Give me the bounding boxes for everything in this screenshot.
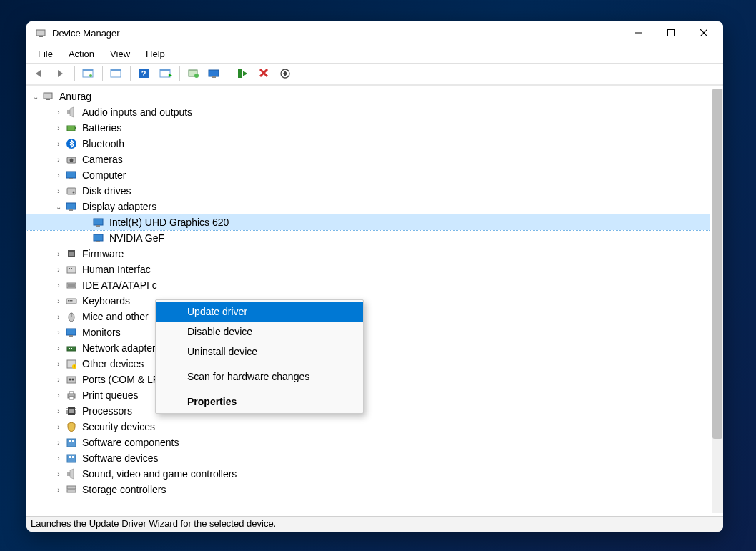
menu-view[interactable]: View [103,46,137,61]
toolbar-back-button[interactable] [29,65,49,82]
tree-category[interactable]: ›Computer [26,167,710,183]
svg-rect-87 [69,456,71,458]
device-manager-window: Device Manager File Action View Help ? ▸ [26,21,723,532]
device-tree[interactable]: ⌄ Anurag ›Audio inputs and outputs›Batte… [26,89,710,516]
printer-icon [65,389,78,402]
menu-help[interactable]: Help [139,46,172,61]
chevron-right-icon[interactable]: › [54,249,64,259]
tree-category[interactable]: ›Audio inputs and outputs [26,104,710,120]
tree-device[interactable]: NVIDIA GeF [26,230,710,246]
toolbar-help-button[interactable]: ? [134,65,154,82]
chevron-right-icon[interactable]: › [54,170,64,180]
tree-category-label: Other devices [82,358,144,369]
chevron-right-icon[interactable]: › [54,154,64,164]
svg-rect-29 [46,99,50,100]
svg-rect-76 [69,409,74,413]
chevron-right-icon[interactable]: › [54,390,64,400]
chevron-right-icon[interactable]: › [54,437,64,447]
disk-icon [65,184,78,197]
chevron-right-icon[interactable]: › [54,469,64,479]
tree-category[interactable]: ›!Other devices [26,356,710,372]
chevron-right-icon[interactable]: › [54,485,64,495]
tree-category[interactable]: ›Keyboards [26,293,710,309]
tree-category[interactable]: ›IDE ATA/ATAPI c [26,277,710,293]
tree-category[interactable]: ›Print queues [26,387,710,403]
tree-root[interactable]: ⌄ Anurag [26,89,710,104]
scrollbar[interactable] [712,89,723,513]
chevron-right-icon[interactable]: › [54,280,64,290]
tree-device-label: Intel(R) UHD Graphics 620 [109,217,229,228]
keyboard-icon [65,294,78,307]
titlebar: Device Manager [26,21,723,44]
toolbar-show-hidden-button[interactable] [79,65,99,82]
tree-category[interactable]: ›Storage controllers [26,482,710,497]
chevron-right-icon[interactable]: › [54,312,64,322]
chevron-right-icon[interactable]: › [54,359,64,369]
display-icon [92,232,105,244]
tree-category[interactable]: ›Disk drives [26,183,710,199]
tree-category[interactable]: ›Monitors [26,324,710,340]
tree-device[interactable]: Intel(R) UHD Graphics 620 [26,214,710,230]
tree-category[interactable]: ›Security devices [26,419,710,435]
hid-icon [65,263,78,276]
menu-file[interactable]: File [31,46,60,61]
ctx-disable-device[interactable]: Disable device [156,322,363,342]
window-title: Device Manager [52,28,120,39]
tree-category[interactable]: ›Network adapters [26,340,710,356]
svg-rect-43 [94,219,103,225]
software-icon [65,452,78,465]
tree-category[interactable]: ›Software devices [26,450,710,466]
tree-category[interactable]: ⌄Display adapters [26,199,710,214]
svg-rect-38 [69,178,73,179]
chevron-right-icon[interactable]: › [54,186,64,196]
ide-icon [65,279,78,292]
scrollbar-thumb[interactable] [712,89,722,439]
chevron-right-icon[interactable]: › [54,327,64,337]
tree-category[interactable]: ›Ports (COM & LPT) [26,372,710,387]
chevron-right-icon[interactable]: › [54,107,64,117]
chevron-right-icon[interactable]: › [54,374,64,384]
toolbar-refresh-button[interactable] [184,65,204,82]
chevron-right-icon[interactable]: › [54,422,64,432]
ctx-scan-hardware[interactable]: Scan for hardware changes [156,367,363,387]
network-icon [65,342,78,354]
svg-marker-23 [243,71,247,76]
chevron-right-icon[interactable]: › [54,264,64,274]
ctx-update-driver[interactable]: Update driver [156,302,363,322]
chevron-right-icon[interactable]: › [54,343,64,353]
tree-category[interactable]: ›Processors [26,403,710,419]
tree-category[interactable]: ›Firmware [26,246,710,262]
chevron-down-icon[interactable]: ⌄ [54,202,64,212]
tree-category[interactable]: ›Human Interfac [26,262,710,277]
chevron-down-icon[interactable]: ⌄ [31,91,41,101]
chevron-right-icon[interactable]: › [54,139,64,149]
toolbar-update-button[interactable]: ▸ [156,65,176,82]
chevron-right-icon[interactable]: › [54,123,64,133]
toolbar-properties-button[interactable] [106,65,126,82]
chevron-right-icon[interactable]: › [54,453,64,463]
tree-category[interactable]: ›Cameras [26,152,710,167]
ctx-separator [159,389,360,389]
menubar: File Action View Help [26,44,723,63]
toolbar-scan-button[interactable] [205,65,225,82]
chevron-right-icon[interactable]: › [54,296,64,306]
minimize-button[interactable] [622,21,655,44]
tree-category[interactable]: ›Mice and other [26,309,710,324]
maximize-button[interactable] [655,21,687,44]
ctx-properties[interactable]: Properties [156,392,363,412]
close-button[interactable] [687,21,720,44]
tree-category[interactable]: ›Batteries [26,120,710,136]
tree-category[interactable]: ›Sound, video and game controllers [26,466,710,482]
chevron-right-icon[interactable]: › [54,406,64,416]
tree-category[interactable]: ›Software components [26,435,710,450]
toolbar-forward-button[interactable] [51,65,71,82]
svg-rect-45 [94,234,103,241]
toolbar-install-button[interactable] [233,65,253,82]
tree-category-label: Sound, video and game controllers [82,468,237,480]
menu-action[interactable]: Action [61,46,101,61]
toolbar-delete-button[interactable] [254,65,274,82]
ctx-uninstall-device[interactable]: Uninstall device [156,342,363,362]
toolbar-scan-hardware-button[interactable] [276,65,296,82]
tree-category[interactable]: ›Bluetooth [26,136,710,152]
port-icon [65,373,78,386]
